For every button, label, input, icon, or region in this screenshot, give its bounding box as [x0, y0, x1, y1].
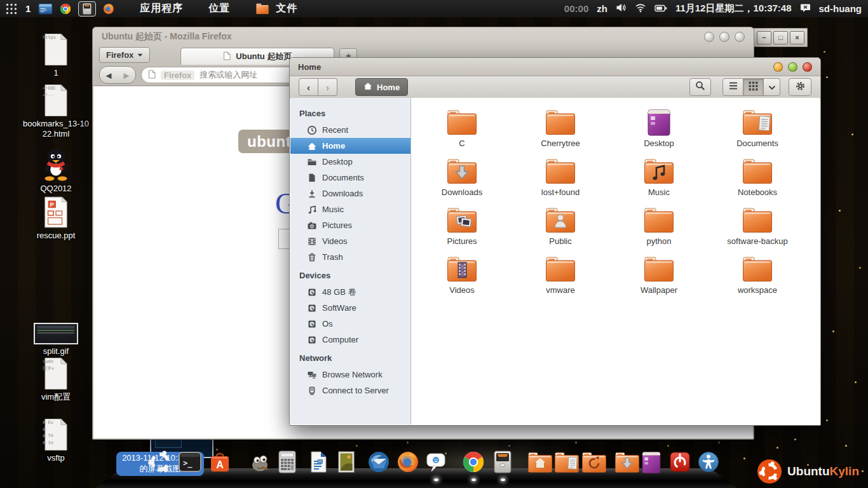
wifi-icon[interactable] — [635, 3, 646, 15]
dock-item-thunderbird[interactable] — [365, 447, 393, 475]
window-button[interactable] — [735, 32, 745, 42]
desktop-icon-art — [21, 145, 91, 182]
desktop-icon-7[interactable]: # Ex## Th# 1n vsftp — [21, 414, 91, 463]
folder-item-wallpaper[interactable]: Wallpaper — [611, 254, 707, 302]
folder-item-lost-found[interactable]: lost+found — [513, 156, 608, 205]
desktop-icon-4[interactable]: P rescue.ppt — [21, 192, 91, 241]
forward-icon[interactable]: ► — [122, 70, 132, 81]
folder-item-public[interactable]: Public — [513, 205, 608, 254]
desktop-icon-1[interactable]: https 1 — [21, 29, 91, 78]
menu-files[interactable]: 文件 — [252, 2, 297, 15]
taskbar-firefox-icon[interactable] — [102, 3, 115, 15]
dock-item-desktop-folder[interactable] — [637, 447, 665, 475]
back-icon[interactable]: ◄ — [104, 70, 114, 81]
sidebar-item-connect-to-server[interactable]: Connect to Server — [290, 383, 410, 398]
sidebar-item-documents[interactable]: Documents — [290, 170, 410, 186]
view-options-button[interactable] — [764, 78, 780, 96]
taskbar-chrome-icon[interactable] — [59, 3, 72, 15]
sidebar-item-browse-network[interactable]: Browse Network — [290, 367, 410, 383]
breadcrumb-home[interactable]: Home — [355, 78, 408, 96]
dock-item-libreoffice[interactable] — [304, 447, 332, 475]
workspace-indicator[interactable]: 1 — [25, 3, 31, 14]
back-button[interactable]: ‹ — [299, 78, 318, 96]
dock-item-home-folder[interactable] — [526, 447, 554, 475]
menu-places[interactable]: 位置 — [208, 2, 230, 15]
sidebar-item-pictures[interactable]: Pictures — [290, 217, 410, 233]
sidebar-item-videos[interactable]: Videos — [290, 233, 410, 249]
dock-item-software-center[interactable]: A — [206, 447, 234, 475]
window-button[interactable] — [719, 32, 729, 42]
dock-item-history-folder[interactable] — [580, 447, 608, 475]
sidebar-item-desktop[interactable]: Desktop — [290, 154, 410, 170]
timer-indicator[interactable]: 00:00 — [564, 3, 588, 14]
dock-item-empathy[interactable] — [422, 447, 450, 475]
sidebar-item-os[interactable]: Os — [290, 316, 410, 332]
battery-icon[interactable] — [654, 3, 667, 14]
close-button[interactable]: × — [790, 31, 804, 44]
taskbar-terminal-icon[interactable] — [38, 3, 53, 15]
folder-item-notebooks[interactable]: Notebooks — [710, 156, 805, 205]
nautilus-titlebar[interactable]: Home — [290, 58, 820, 76]
dock-item-photos[interactable] — [332, 447, 360, 475]
desktop-icon-6[interactable]: sudo打开v vim配置 — [21, 353, 91, 402]
folder-item-c[interactable]: C — [414, 107, 510, 156]
search-button[interactable] — [689, 78, 711, 96]
sidebar-item-downloads[interactable]: Downloads — [290, 186, 410, 201]
desktop-icon-3[interactable]: QQ2012 — [21, 145, 91, 194]
firefox-menu-button[interactable]: Firefox — [99, 47, 150, 63]
sidebar-item-trash[interactable]: Trash — [290, 249, 410, 265]
window-button[interactable] — [704, 32, 714, 42]
sidebar-item-home[interactable]: Home — [290, 138, 410, 154]
minimize-button[interactable] — [773, 62, 783, 72]
launcher-grid-icon[interactable] — [5, 3, 18, 15]
maximize-button[interactable]: □ — [773, 31, 788, 44]
grid-view-button[interactable] — [743, 78, 764, 96]
folder-item-documents[interactable]: Documents — [710, 107, 805, 156]
dock-item-calculator[interactable] — [273, 447, 301, 475]
folder-item-music[interactable]: Music — [611, 156, 707, 205]
folder-item-python[interactable]: python — [611, 205, 707, 254]
settings-button[interactable] — [789, 78, 811, 96]
dock-item-terminal[interactable]: >_ — [176, 447, 204, 475]
folder-item-workspace[interactable]: workspace — [710, 254, 805, 302]
volume-icon[interactable] — [616, 3, 627, 14]
messaging-icon[interactable] — [800, 3, 811, 15]
folder-item-desktop[interactable]: Desktop — [611, 107, 707, 156]
list-view-button[interactable] — [722, 78, 743, 96]
session-user[interactable]: sd-huang — [819, 3, 862, 14]
dock-item-ubuntu-dash[interactable] — [146, 447, 174, 475]
folder-item-pictures[interactable]: Pictures — [414, 205, 510, 254]
dock-item-documents-folder[interactable] — [553, 447, 581, 475]
clock-date[interactable]: 11月12日星期二，10:37:48 — [675, 3, 792, 15]
back-forward-buttons[interactable]: ◄ ► — [99, 66, 136, 84]
dock-item-accessibility[interactable] — [695, 447, 722, 475]
dropdown-arrow-icon — [137, 53, 143, 57]
close-button[interactable] — [803, 62, 812, 72]
taskbar-files-icon-active[interactable] — [78, 1, 96, 17]
sidebar-item-label: Documents — [322, 173, 364, 182]
sidebar-item-music[interactable]: Music — [290, 201, 410, 217]
firefox-titlebar[interactable]: Ubuntu 起始页 - Mozilla Firefox — [93, 27, 754, 46]
folder-item-vmware[interactable]: vmware — [513, 254, 608, 302]
desktop-icon-2[interactable]: <!DOC<!-- bookmarks_13-10 22.html — [21, 80, 91, 140]
sidebar-item-48-gb-[interactable]: 48 GB 卷 — [290, 284, 410, 300]
folder-item-cherrytree[interactable]: Cherrytree — [513, 107, 608, 156]
keyboard-layout-indicator[interactable]: zh — [597, 3, 607, 14]
sidebar-item-recent[interactable]: Recent — [290, 122, 410, 138]
sidebar-item-software[interactable]: SoftWare — [290, 300, 410, 316]
dock-item-files[interactable] — [489, 447, 517, 475]
folder-item-software-backup[interactable]: software-backup — [710, 205, 805, 254]
dock-item-power[interactable] — [666, 447, 694, 475]
folder-name: Notebooks — [710, 187, 805, 197]
dock-item-gimp[interactable] — [247, 447, 275, 475]
dock-item-firefox[interactable] — [394, 447, 422, 475]
desktop-icon-5[interactable]: split.gif — [21, 308, 91, 356]
maximize-button[interactable] — [788, 62, 797, 72]
folder-item-downloads[interactable]: Downloads — [414, 156, 510, 205]
folder-item-videos[interactable]: Videos — [414, 254, 510, 302]
sidebar-item-computer[interactable]: Computer — [290, 332, 410, 348]
forward-button[interactable]: › — [318, 78, 337, 96]
dock-item-chrome[interactable] — [459, 447, 487, 475]
menu-applications[interactable]: 应用程序 — [140, 2, 183, 15]
minimize-button[interactable]: − — [757, 31, 771, 44]
